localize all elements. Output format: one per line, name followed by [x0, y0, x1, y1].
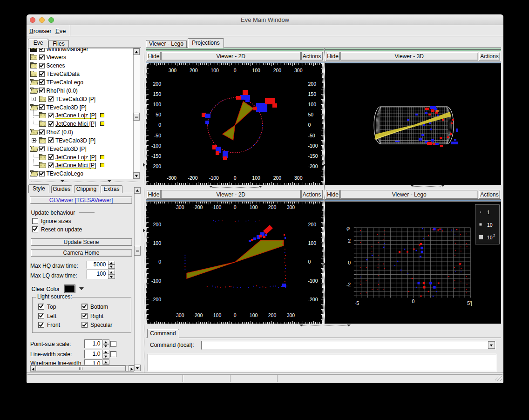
svg-text:50: 50 [308, 112, 314, 117]
svg-text:-100: -100 [211, 204, 221, 210]
svg-text:5'|: 5'| [467, 300, 472, 306]
svg-text:0: 0 [234, 312, 237, 318]
svg-text:-5: -5 [354, 300, 359, 306]
svg-text:150: 150 [153, 91, 161, 97]
svg-text:-300: -300 [174, 312, 184, 318]
svg-text:-300: -300 [174, 204, 184, 210]
svg-text:-100: -100 [151, 278, 161, 284]
svg-text:300: 300 [294, 175, 303, 181]
svg-text:200: 200 [153, 81, 161, 87]
svg-text:300: 300 [294, 68, 303, 73]
svg-text:0: 0 [234, 175, 237, 181]
svg-text:100: 100 [308, 102, 317, 107]
svg-text:0: 0 [348, 260, 351, 265]
svg-text:0: 0 [308, 259, 311, 264]
svg-text:200: 200 [268, 204, 277, 210]
svg-text:0: 0 [412, 298, 414, 304]
svg-text:100: 100 [153, 240, 161, 246]
svg-text:1: 1 [487, 210, 490, 215]
svg-text:100: 100 [153, 102, 161, 107]
svg-text:-100: -100 [308, 278, 318, 284]
svg-text:-200: -200 [188, 68, 197, 73]
svg-text:50: 50 [156, 112, 161, 117]
svg-text:100: 100 [250, 312, 258, 318]
svg-text:200: 200 [273, 68, 282, 73]
svg-text:-2: -2 [346, 282, 350, 287]
svg-text:2: 2 [493, 233, 495, 237]
svg-text:200: 200 [268, 312, 277, 318]
svg-text:-100: -100 [211, 312, 221, 318]
svg-text:0: 0 [234, 204, 237, 210]
svg-text:-300: -300 [167, 175, 176, 181]
svg-text:150: 150 [308, 91, 317, 97]
svg-text:200: 200 [308, 81, 317, 87]
svg-text:-200: -200 [193, 204, 203, 210]
svg-text:-200: -200 [188, 175, 197, 181]
svg-text:-50: -50 [308, 133, 315, 138]
svg-text:100: 100 [308, 240, 317, 246]
svg-text:-150: -150 [308, 153, 318, 159]
svg-text:0: 0 [234, 68, 237, 73]
svg-text:-200: -200 [193, 312, 203, 318]
svg-text:300: 300 [287, 204, 295, 210]
svg-text:300: 300 [287, 312, 295, 318]
svg-text:200: 200 [273, 175, 282, 181]
svg-text:-50: -50 [154, 133, 161, 138]
svg-text:200: 200 [308, 222, 317, 227]
svg-text:-200: -200 [308, 163, 318, 169]
svg-text:100: 100 [252, 68, 260, 73]
svg-text:10: 10 [487, 222, 493, 228]
svg-text:-150: -150 [151, 153, 161, 159]
svg-text:-200: -200 [308, 297, 318, 302]
svg-text:-100: -100 [308, 143, 318, 149]
svg-text:100: 100 [252, 175, 260, 181]
svg-text:φ: φ [346, 225, 350, 231]
svg-text:-100: -100 [209, 175, 219, 181]
svg-text:-200: -200 [151, 163, 161, 169]
svg-text:-300: -300 [167, 68, 176, 73]
svg-text:-200: -200 [151, 297, 161, 302]
svg-text:0: 0 [158, 259, 161, 264]
svg-text:-100: -100 [209, 68, 219, 73]
svg-text:10: 10 [487, 235, 493, 240]
svg-text:0: 0 [308, 122, 311, 128]
svg-text:2: 2 [348, 238, 351, 244]
svg-text:200: 200 [153, 222, 161, 227]
svg-text:0: 0 [158, 122, 161, 128]
svg-text:-100: -100 [151, 143, 161, 149]
svg-text:100: 100 [250, 204, 258, 210]
